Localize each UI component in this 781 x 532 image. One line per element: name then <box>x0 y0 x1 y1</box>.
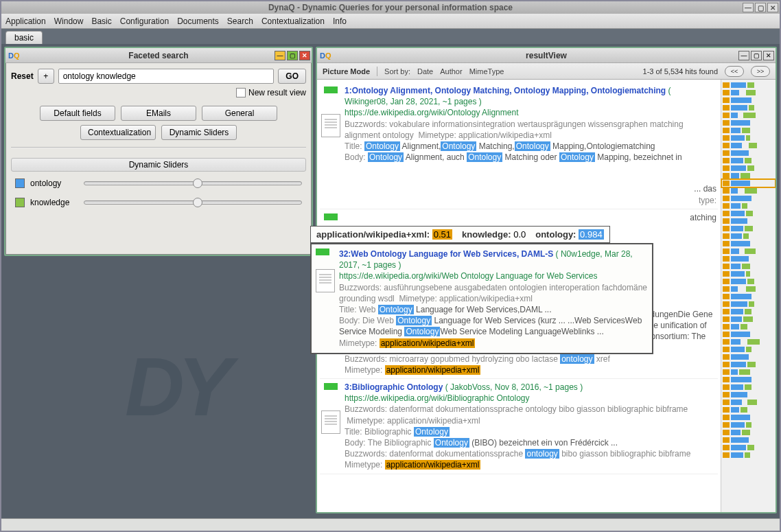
reset-label: Reset <box>11 71 34 81</box>
sort-author[interactable]: Author <box>440 67 462 76</box>
window-maximize-icon[interactable]: ▢ <box>755 3 766 12</box>
tab-basic[interactable]: basic <box>5 31 43 44</box>
picture-mode-label[interactable]: Picture Mode <box>323 67 370 76</box>
relevance-bars-sidebar <box>721 80 776 512</box>
emails-button[interactable]: EMails <box>121 106 196 121</box>
result-preview-popup: 32:Web Ontology Language for Web Service… <box>310 243 653 354</box>
tabstrip: basic <box>1 29 780 44</box>
dynaq-icon: DQ <box>320 51 331 60</box>
new-result-view-label: New result view <box>248 88 306 97</box>
menu-window[interactable]: Window <box>54 16 84 26</box>
popup-title[interactable]: 32:Web Ontology Language for Web Service… <box>339 249 553 259</box>
panel-close-icon[interactable]: ✕ <box>763 51 774 60</box>
result-item[interactable]: 1:Ontology Alignment, Ontology Matching,… <box>320 82 718 209</box>
document-icon <box>321 410 340 434</box>
panel-maximize-icon[interactable]: ▢ <box>287 51 298 60</box>
search-input[interactable] <box>58 69 275 84</box>
relevance-marker-icon <box>324 213 338 220</box>
menu-search[interactable]: Search <box>227 16 253 26</box>
window-title: DynaQ - Dynamic Queries for your persona… <box>268 3 513 12</box>
knowledge-slider[interactable] <box>84 200 302 205</box>
dynaq-icon: DQ <box>8 51 20 60</box>
panel-close-icon[interactable]: ✕ <box>299 51 310 60</box>
faceted-search-panel: DQ Faceted search — ▢ ✕ Reset + GO New r… <box>4 47 313 256</box>
result-title[interactable]: 1:Ontology Alignment, Ontology Matching,… <box>345 86 666 95</box>
result-url[interactable]: https://de.wikipedia.org/wiki/Bibliograp… <box>345 393 716 404</box>
statusbar <box>1 518 780 531</box>
menu-info[interactable]: Info <box>333 16 347 26</box>
menu-contextualization[interactable]: Contextualization <box>261 16 325 26</box>
result-item[interactable]: 3:Bibliographic Ontology ( JakobVoss, No… <box>320 379 718 474</box>
result-title[interactable]: 3:Bibliographic Ontology <box>345 382 443 392</box>
relevance-marker-icon <box>316 248 329 255</box>
prev-page-button[interactable]: << <box>725 66 744 77</box>
default-fields-button[interactable]: Default fields <box>40 106 115 121</box>
window-close-icon[interactable]: ✕ <box>767 3 778 12</box>
ontology-slider[interactable] <box>84 181 302 185</box>
window-titlebar: DynaQ - Dynamic Queries for your persona… <box>1 1 780 14</box>
next-page-button[interactable]: >> <box>751 66 770 77</box>
knowledge-slider-label: knowledge <box>30 198 78 207</box>
score-tooltip: application/wikipedia+xml: 0.51 knowledg… <box>310 226 610 243</box>
general-button[interactable]: General <box>202 106 277 121</box>
document-icon <box>316 269 335 292</box>
menu-basic[interactable]: Basic <box>91 16 111 26</box>
ontology-swatch <box>15 178 25 188</box>
panel-minimize-icon[interactable]: — <box>275 51 285 60</box>
window-minimize-icon[interactable]: — <box>743 3 754 12</box>
contextualization-button[interactable]: Contextualization <box>80 125 156 140</box>
menu-application[interactable]: Application <box>5 16 46 26</box>
panel-minimize-icon[interactable]: — <box>738 51 749 60</box>
add-term-button[interactable]: + <box>38 69 54 84</box>
sort-date[interactable]: Date <box>417 67 433 76</box>
menu-documents[interactable]: Documents <box>177 16 219 26</box>
sort-mimetype[interactable]: MimeType <box>469 67 504 76</box>
popup-url[interactable]: https://de.wikipedia.org/wiki/Web Ontolo… <box>339 270 648 281</box>
hit-count: 1-3 of 5,534 hits found <box>643 67 718 76</box>
relevance-marker-icon <box>324 383 338 390</box>
resultview-title: resultView <box>526 51 567 60</box>
panel-maximize-icon[interactable]: ▢ <box>751 51 762 60</box>
new-result-view-checkbox[interactable] <box>236 88 246 97</box>
menu-configuration[interactable]: Configuration <box>120 16 169 26</box>
document-icon <box>321 114 340 137</box>
result-url[interactable]: https://de.wikipedia.org/wiki/Ontology A… <box>345 107 716 118</box>
menubar: Application Window Basic Configuration D… <box>1 14 780 29</box>
knowledge-swatch <box>15 198 25 207</box>
logo-watermark: DY <box>125 339 226 434</box>
relevance-marker-icon <box>324 86 338 93</box>
go-button[interactable]: GO <box>278 69 306 84</box>
dynamic-sliders-button[interactable]: Dynamic Sliders <box>161 125 237 140</box>
ontology-slider-label: ontology <box>30 178 78 188</box>
faceted-title: Faceted search <box>128 51 188 60</box>
dynamic-sliders-header: Dynamic Sliders <box>11 158 306 172</box>
sort-by-label: Sort by: <box>384 67 410 76</box>
